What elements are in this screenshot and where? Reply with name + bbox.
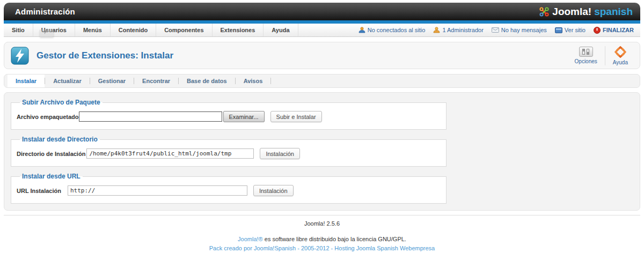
admin-page: Administración Joomla! spanish Sitio Usu… bbox=[4, 3, 640, 251]
install-directory-input[interactable] bbox=[86, 148, 254, 159]
tab-gestionar[interactable]: Gestionar bbox=[90, 75, 134, 87]
toolbar-separator bbox=[605, 46, 605, 65]
license-line: Joomla!® es software libre distribuido b… bbox=[4, 236, 640, 242]
joomla-version: Joomla! 2.5.6 bbox=[4, 220, 640, 227]
page-header-left: Gestor de Extensiones: Instalar bbox=[11, 47, 173, 65]
cursor-artifact bbox=[39, 29, 53, 37]
upload-package-legend: Subir Archivo de Paquete bbox=[20, 99, 103, 106]
help-label: Ayuda bbox=[613, 59, 628, 65]
tab-instalar[interactable]: Instalar bbox=[8, 75, 45, 87]
logout-label: FINALIZAR bbox=[603, 27, 634, 33]
toolbar: Opciones Ayuda bbox=[568, 44, 634, 68]
options-icon bbox=[579, 47, 593, 57]
joomla-link[interactable]: Joomla!® bbox=[238, 236, 263, 242]
extension-manager-icon bbox=[11, 47, 29, 65]
power-icon bbox=[594, 27, 601, 34]
user-icon bbox=[433, 27, 440, 33]
tab-encontrar[interactable]: Encontrar bbox=[134, 75, 178, 87]
tab-actualizar[interactable]: Actualizar bbox=[45, 75, 90, 87]
help-icon bbox=[614, 46, 626, 58]
status-bar: No conectados al sitio 1 Administrador N… bbox=[358, 24, 640, 36]
brand-joomla: Joomla! bbox=[552, 6, 591, 18]
options-label: Opciones bbox=[575, 58, 597, 64]
install-url-section: Instalar desde URL URL Instalación Insta… bbox=[11, 173, 447, 204]
logout-button[interactable]: FINALIZAR bbox=[594, 27, 634, 34]
joomla-spanish-logo: Joomla! spanish bbox=[539, 6, 633, 18]
monitor-icon bbox=[555, 27, 562, 33]
directory-install-button[interactable]: Instalación bbox=[260, 148, 300, 159]
license-text: es software libre distribuido bajo la li… bbox=[263, 236, 406, 242]
status-visitors: No conectados al sitio bbox=[358, 27, 426, 33]
url-install-button[interactable]: Instalación bbox=[253, 185, 294, 196]
view-site-link[interactable]: Ver sitio bbox=[555, 27, 586, 33]
install-url-legend: Instalar desde URL bbox=[20, 173, 83, 180]
tab-strip: Instalar Actualizar Gestionar Encontrar … bbox=[4, 74, 640, 88]
menu-item-componentes[interactable]: Componentes bbox=[156, 24, 212, 36]
status-messages[interactable]: No hay mensajes bbox=[492, 27, 547, 33]
brand-spanish: spanish bbox=[594, 6, 633, 18]
user-icon bbox=[358, 27, 365, 33]
menu-item-menus[interactable]: Menús bbox=[75, 24, 111, 36]
top-header: Administración Joomla! spanish bbox=[4, 3, 640, 20]
package-file-input[interactable] bbox=[79, 111, 222, 122]
help-button[interactable]: Ayuda bbox=[606, 44, 634, 68]
status-visitors-label: No conectados al sitio bbox=[368, 27, 426, 33]
tab-avisos[interactable]: Avisos bbox=[236, 75, 271, 87]
install-url-label: URL Instalación bbox=[17, 188, 61, 194]
options-button[interactable]: Opciones bbox=[568, 44, 604, 68]
tab-base-de-datos[interactable]: Base de datos bbox=[179, 75, 235, 87]
install-directory-label: Directorio de Instalación bbox=[17, 151, 85, 157]
upload-install-button[interactable]: Subir e Instalar bbox=[270, 111, 322, 122]
menu-item-sitio[interactable]: Sitio bbox=[4, 24, 33, 36]
status-admins-label: 1 Administrador bbox=[442, 27, 483, 33]
package-file-label: Archivo empaquetado bbox=[17, 114, 79, 120]
mail-icon bbox=[492, 27, 499, 33]
admin-menubar: Sitio Usuarios Menús Contenido Component… bbox=[4, 24, 640, 37]
install-url-input[interactable] bbox=[68, 185, 247, 196]
status-messages-label: No hay mensajes bbox=[501, 27, 547, 33]
page-title: Gestor de Extensiones: Instalar bbox=[36, 50, 173, 61]
menu-item-ayuda[interactable]: Ayuda bbox=[264, 24, 298, 36]
browse-button[interactable]: Examinar... bbox=[223, 111, 265, 122]
install-directory-legend: Instalar desde Directorio bbox=[20, 136, 100, 143]
menu-item-contenido[interactable]: Contenido bbox=[111, 24, 156, 36]
tab-separator bbox=[270, 78, 271, 84]
install-directory-section: Instalar desde Directorio Directorio de … bbox=[11, 136, 447, 167]
upload-package-section: Subir Archivo de Paquete Archivo empaque… bbox=[11, 99, 447, 130]
admin-title: Administración bbox=[15, 7, 75, 16]
joomla-logo-icon bbox=[539, 6, 550, 17]
status-admins: 1 Administrador bbox=[433, 27, 483, 33]
install-panel: Subir Archivo de Paquete Archivo empaque… bbox=[4, 92, 640, 211]
footer: Joomla! 2.5.6 Joomla!® es software libre… bbox=[4, 215, 640, 251]
view-site-label: Ver sitio bbox=[565, 27, 586, 33]
credits-line[interactable]: Pack creado por Joomla!Spanish - 2005-20… bbox=[4, 245, 640, 251]
menu-item-extensiones[interactable]: Extensiones bbox=[213, 24, 264, 36]
page-header: Gestor de Extensiones: Instalar Opciones… bbox=[4, 42, 640, 69]
